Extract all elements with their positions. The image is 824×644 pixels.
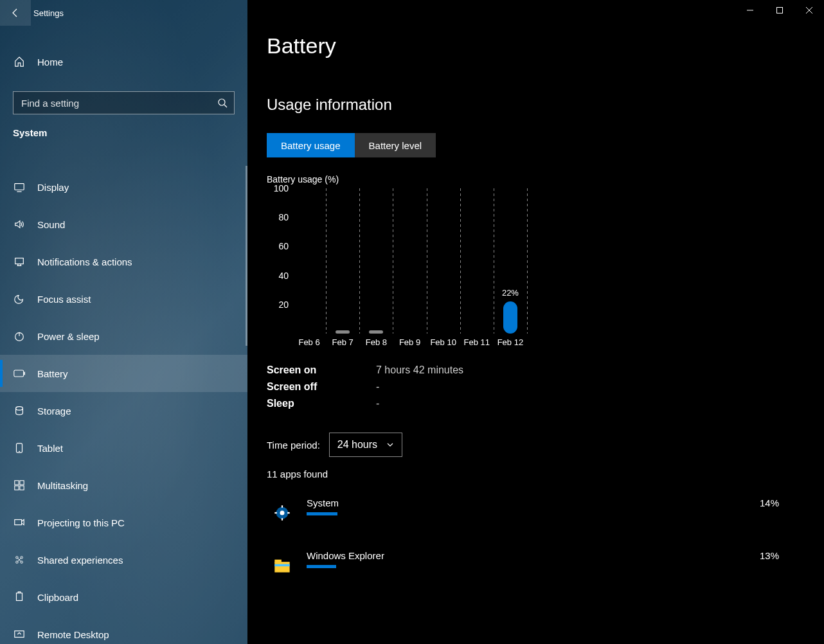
sidebar-item-shared-experiences[interactable]: Shared experiences: [0, 541, 247, 578]
gridline: [527, 188, 528, 334]
scrollbar[interactable]: [245, 166, 247, 644]
stat-value: -: [376, 381, 379, 393]
app-percent: 14%: [760, 497, 779, 508]
time-period-dropdown[interactable]: 24 hours: [329, 433, 402, 457]
app-name: Windows Explorer: [307, 550, 760, 561]
chart-title: Battery usage (%): [267, 174, 805, 184]
sidebar-item-battery[interactable]: Battery: [0, 355, 247, 392]
stat-row: Screen off-: [267, 379, 588, 395]
close-button[interactable]: [794, 0, 824, 21]
gridline: [460, 188, 461, 334]
sidebar-item-power-sleep[interactable]: Power & sleep: [0, 318, 247, 355]
chevron-down-icon: [386, 441, 394, 449]
gridline: [359, 188, 360, 334]
apps-found: 11 apps found: [267, 469, 805, 479]
nav-icon: [13, 181, 26, 193]
app-usage-list: System14%Windows Explorer13%: [267, 494, 805, 599]
settings-sidebar: Settings Home System DisplaySoundNotific…: [0, 0, 247, 644]
app-icon: [267, 497, 298, 528]
minimize-button[interactable]: [735, 0, 765, 21]
page: Battery Usage information Battery usageB…: [247, 0, 824, 644]
sidebar-item-focus-assist[interactable]: Focus assist: [0, 280, 247, 318]
sidebar-item-notifications-actions[interactable]: Notifications & actions: [0, 243, 247, 280]
app-meta: Windows Explorer: [307, 550, 760, 568]
y-tick: 60: [278, 241, 289, 251]
sidebar-item-multitasking[interactable]: Multitasking: [0, 467, 247, 504]
sidebar-item-projecting-to-this-pc[interactable]: Projecting to this PC: [0, 504, 247, 541]
sidebar-item-display[interactable]: Display: [0, 168, 247, 206]
nav-label: Shared experiences: [37, 555, 123, 566]
sidebar-home[interactable]: Home: [0, 44, 247, 80]
gridline: [427, 188, 427, 334]
nav-label: Sound: [37, 219, 65, 230]
search-input[interactable]: [13, 98, 211, 109]
stat-row: Screen on7 hours 42 minutes: [267, 362, 588, 379]
sidebar-item-clipboard[interactable]: Clipboard: [0, 578, 247, 616]
app-usage-bar: [307, 565, 336, 568]
sidebar-item-sound[interactable]: Sound: [0, 206, 247, 243]
svg-rect-35: [274, 560, 282, 564]
period-label: Time period:: [267, 440, 320, 451]
app-row[interactable]: Windows Explorer13%: [267, 546, 805, 599]
svg-rect-12: [20, 481, 24, 485]
svg-point-0: [219, 99, 225, 105]
nav-list: DisplaySoundNotifications & actionsFocus…: [0, 168, 247, 644]
battery-usage-chart: 10080604020 22% Feb 6Feb 7Feb 8Feb 9Feb …: [267, 188, 527, 334]
svg-rect-22: [17, 593, 22, 601]
main-area: Battery Usage information Battery usageB…: [247, 0, 824, 644]
x-tick: Feb 8: [366, 337, 387, 347]
y-tick: 40: [278, 271, 289, 281]
svg-rect-2: [15, 184, 24, 190]
y-tick: 100: [274, 183, 289, 193]
nav-label: Remote Desktop: [37, 629, 109, 640]
stat-key: Screen off: [267, 381, 376, 393]
back-button[interactable]: [0, 0, 31, 26]
nav-label: Storage: [37, 406, 71, 416]
app-meta: System: [307, 497, 760, 515]
chart-bar[interactable]: [369, 330, 383, 334]
nav-icon: [13, 553, 26, 566]
section-heading: Usage information: [267, 96, 805, 114]
x-tick: Feb 10: [430, 337, 456, 347]
tab-battery-usage[interactable]: Battery usage: [267, 133, 355, 157]
nav-icon: [13, 628, 26, 641]
stat-value: 7 hours 42 minutes: [376, 364, 463, 376]
home-label: Home: [37, 57, 63, 67]
usage-stats: Screen on7 hours 42 minutesScreen off-Sl…: [267, 362, 588, 412]
svg-rect-23: [15, 631, 24, 638]
app-title: Settings: [33, 8, 64, 18]
sidebar-item-tablet[interactable]: Tablet: [0, 429, 247, 467]
app-usage-bar: [307, 512, 337, 515]
sidebar-item-remote-desktop[interactable]: Remote Desktop: [0, 616, 247, 644]
stat-row: Sleep-: [267, 395, 588, 412]
gridline: [393, 188, 393, 334]
tab-battery-level[interactable]: Battery level: [355, 133, 436, 157]
nav-icon: [13, 479, 26, 492]
maximize-button[interactable]: [765, 0, 794, 21]
svg-rect-25: [777, 8, 783, 13]
search-icon: [211, 91, 234, 114]
search-wrap: [13, 91, 235, 114]
x-tick: Feb 12: [497, 337, 523, 347]
nav-label: Power & sleep: [37, 331, 100, 342]
stat-key: Screen on: [267, 364, 376, 376]
stat-value: -: [376, 398, 379, 409]
nav-icon: [13, 218, 26, 231]
sidebar-category: System: [0, 114, 247, 147]
search-box[interactable]: [13, 91, 235, 114]
app-row[interactable]: System14%: [267, 494, 805, 546]
y-tick: 80: [278, 212, 289, 222]
window-controls: [735, 0, 824, 21]
chart-bar-label: 22%: [502, 288, 519, 298]
stat-key: Sleep: [267, 398, 376, 409]
chart-bar[interactable]: [503, 301, 517, 334]
gridline: [326, 188, 327, 334]
nav-label: Tablet: [37, 443, 63, 454]
x-tick: Feb 7: [332, 337, 354, 347]
chart-bar[interactable]: [336, 330, 350, 334]
sidebar-item-storage[interactable]: Storage: [0, 392, 247, 429]
svg-rect-14: [20, 486, 24, 490]
y-tick: 20: [278, 300, 289, 310]
nav-icon: [13, 330, 26, 343]
nav-icon: [13, 591, 26, 604]
